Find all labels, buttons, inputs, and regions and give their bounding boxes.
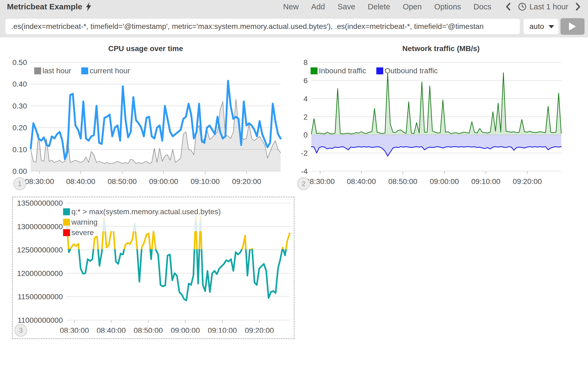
menu-item-save[interactable]: Save — [338, 2, 355, 11]
svg-text:0.00: 0.00 — [13, 167, 27, 175]
legend-item[interactable]: Outbound traffic — [376, 67, 438, 75]
menu-item-add[interactable]: Add — [311, 2, 325, 11]
time-range-button[interactable]: Last 1 hour — [518, 2, 568, 11]
query-input[interactable] — [5, 19, 520, 34]
page-title: Metricbeat Example — [7, 2, 82, 11]
legend-item[interactable]: warning — [63, 218, 221, 227]
time-forward-button[interactable] — [575, 2, 581, 11]
query-bar: auto — [0, 17, 588, 34]
svg-text:2: 2 — [303, 113, 308, 121]
svg-text:6: 6 — [303, 76, 308, 85]
legend-item[interactable]: Inbound traffic — [311, 67, 366, 75]
navbar: Metricbeat Example NewAddSaveDeleteOpenO… — [0, 0, 588, 13]
svg-text:09:20:00: 09:20:00 — [232, 177, 261, 186]
chart-badge: 1 — [13, 177, 26, 190]
memory-usage-chart[interactable]: 1100000000011500000000120000000001250000… — [14, 199, 292, 335]
svg-text:-4: -4 — [301, 167, 308, 175]
legend-swatch — [63, 229, 70, 236]
menu-item-new[interactable]: New — [283, 2, 299, 11]
network-traffic-chart[interactable]: Network traffic (MB/s) -4-20246808:30:00… — [299, 44, 583, 194]
legend-label: Inbound traffic — [319, 67, 366, 75]
time-range-label: Last 1 hour — [529, 2, 568, 11]
main-menu: NewAddSaveDeleteOpenOptionsDocs — [283, 2, 491, 11]
svg-text:08:30:00: 08:30:00 — [25, 177, 54, 186]
legend-item[interactable]: last hour — [34, 67, 71, 75]
svg-text:13500000000: 13500000000 — [17, 199, 63, 207]
chart-legend: Inbound trafficOutbound traffic — [311, 67, 438, 75]
interval-select[interactable]: auto — [524, 19, 558, 34]
svg-text:11000000000: 11000000000 — [18, 316, 63, 324]
svg-text:8: 8 — [303, 58, 308, 67]
svg-text:0.40: 0.40 — [13, 80, 27, 88]
svg-text:08:40:00: 08:40:00 — [66, 177, 95, 186]
svg-text:-2: -2 — [301, 149, 308, 157]
chart-legend: last hourcurrent hour — [34, 67, 130, 75]
svg-text:13000000000: 13000000000 — [17, 222, 63, 231]
svg-text:08:50:00: 08:50:00 — [134, 326, 163, 333]
time-back-button[interactable] — [505, 2, 511, 11]
legend-label: warning — [71, 218, 98, 227]
svg-text:08:50:00: 08:50:00 — [388, 177, 417, 186]
svg-text:0.10: 0.10 — [13, 145, 27, 154]
menu-item-open[interactable]: Open — [403, 2, 422, 11]
interval-value: auto — [529, 22, 544, 31]
svg-text:09:00:00: 09:00:00 — [149, 177, 178, 186]
chart-badge: 3 — [14, 324, 27, 337]
legend-item[interactable]: q:* > max(system.memory.actual.used.byte… — [63, 208, 221, 216]
legend-item[interactable]: severe — [63, 228, 221, 237]
legend-swatch — [376, 67, 383, 74]
app-title: Metricbeat Example — [7, 2, 92, 11]
legend-label: Outbound traffic — [385, 67, 438, 75]
svg-text:0: 0 — [303, 131, 308, 139]
chevron-left-icon — [505, 2, 511, 11]
play-icon — [568, 22, 577, 31]
svg-text:09:20:00: 09:20:00 — [513, 177, 542, 186]
svg-text:09:10:00: 09:10:00 — [208, 326, 237, 333]
svg-text:09:10:00: 09:10:00 — [471, 177, 500, 186]
chart-badge: 2 — [297, 177, 310, 190]
svg-text:12500000000: 12500000000 — [17, 246, 63, 254]
legend-label: severe — [71, 228, 94, 237]
svg-text:0.20: 0.20 — [13, 124, 27, 132]
svg-text:4: 4 — [303, 95, 308, 103]
svg-text:08:30:00: 08:30:00 — [60, 326, 89, 333]
top-bar: Metricbeat Example NewAddSaveDeleteOpenO… — [0, 0, 588, 37]
svg-text:08:40:00: 08:40:00 — [347, 177, 376, 186]
menu-item-options[interactable]: Options — [434, 2, 461, 11]
svg-text:08:50:00: 08:50:00 — [108, 177, 137, 186]
legend-swatch — [34, 67, 41, 74]
legend-label: last hour — [42, 67, 71, 75]
menu-item-docs[interactable]: Docs — [474, 2, 491, 11]
memory-chart-selection-border: 1100000000011500000000120000000001250000… — [12, 197, 295, 339]
chart-legend: q:* > max(system.memory.actual.used.byte… — [63, 208, 221, 237]
menu-item-delete[interactable]: Delete — [368, 2, 390, 11]
svg-text:09:10:00: 09:10:00 — [191, 177, 220, 186]
svg-text:09:00:00: 09:00:00 — [430, 177, 459, 186]
svg-text:09:00:00: 09:00:00 — [171, 326, 200, 333]
chevron-right-icon — [575, 2, 581, 11]
chart-title: Network traffic (MB/s) — [299, 44, 583, 55]
legend-swatch — [311, 67, 318, 74]
svg-text:09:20:00: 09:20:00 — [245, 326, 274, 333]
svg-text:11500000000: 11500000000 — [18, 293, 63, 301]
legend-swatch — [63, 208, 70, 215]
svg-text:08:40:00: 08:40:00 — [97, 326, 126, 333]
svg-text:0.30: 0.30 — [13, 102, 27, 110]
cpu-usage-chart[interactable]: CPU usage over time 0.000.100.200.300.40… — [5, 44, 286, 194]
svg-text:0.50: 0.50 — [13, 58, 27, 67]
legend-label: current hour — [90, 67, 130, 75]
chart-title: CPU usage over time — [5, 44, 286, 55]
chevron-down-icon — [549, 25, 554, 28]
clock-icon — [518, 2, 527, 11]
legend-item[interactable]: current hour — [81, 67, 130, 75]
svg-text:12000000000: 12000000000 — [17, 269, 63, 278]
legend-swatch — [81, 67, 88, 74]
run-query-button[interactable] — [560, 18, 585, 35]
lightning-icon — [85, 2, 92, 11]
time-picker: Last 1 hour — [505, 2, 581, 11]
legend-label: q:* > max(system.memory.actual.used.byte… — [71, 208, 221, 216]
legend-swatch — [63, 219, 70, 226]
